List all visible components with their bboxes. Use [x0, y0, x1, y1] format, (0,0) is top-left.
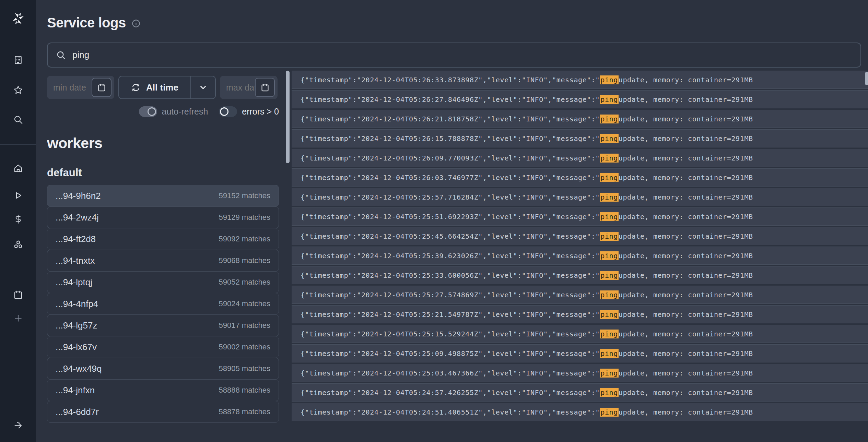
search-icon — [13, 115, 23, 125]
sidebar-item-add[interactable] — [11, 311, 26, 326]
worker-match-count: 59024 matches — [219, 299, 270, 308]
log-row[interactable]: {"timestamp":"2024-12-04T05:25:57.716284… — [292, 188, 868, 206]
worker-match-count: 58878 matches — [219, 407, 270, 416]
log-text-pre: {"timestamp":"2024-12-04T05:26:15.788878… — [301, 134, 600, 143]
log-row[interactable]: {"timestamp":"2024-12-04T05:25:15.529244… — [292, 325, 868, 343]
worker-row[interactable]: ...94-jnfxn 58888 matches — [47, 379, 279, 401]
sidebar-item-home[interactable] — [11, 161, 26, 176]
log-text-post: update, memory: container=291MB — [619, 291, 753, 299]
auto-refresh-toggle[interactable] — [139, 106, 157, 117]
log-row[interactable]: {"timestamp":"2024-12-04T05:25:09.498875… — [292, 344, 868, 362]
calendar-icon — [97, 83, 106, 92]
log-text-post: update, memory: container=291MB — [619, 134, 753, 143]
log-text-pre: {"timestamp":"2024-12-04T05:25:15.529244… — [301, 330, 600, 338]
log-match-highlight: ping — [600, 154, 619, 163]
search-input[interactable] — [72, 50, 852, 60]
sidebar — [0, 0, 36, 442]
page-header: Service logs — [47, 14, 868, 32]
log-text-pre: {"timestamp":"2024-12-04T05:26:03.746977… — [301, 174, 600, 182]
log-row[interactable]: {"timestamp":"2024-12-04T05:25:51.692293… — [292, 207, 868, 226]
worker-match-count: 58888 matches — [219, 386, 270, 395]
log-text-pre: {"timestamp":"2024-12-04T05:26:21.818758… — [301, 115, 600, 123]
errors-only-toggle[interactable] — [219, 106, 237, 117]
errors-only-label: errors > 0 — [242, 107, 279, 117]
log-text-pre: {"timestamp":"2024-12-04T05:25:33.600056… — [301, 271, 600, 279]
main-content: Service logs — [36, 0, 868, 442]
star-icon — [13, 85, 23, 95]
worker-row[interactable]: ...94-9h6n2 59152 matches — [47, 185, 279, 207]
worker-row[interactable]: ...94-lptqj 59052 matches — [47, 271, 279, 293]
log-match-highlight: ping — [600, 349, 619, 358]
worker-match-count: 59052 matches — [219, 278, 270, 287]
worker-row[interactable]: ...94-tnxtx 59068 matches — [47, 250, 279, 272]
log-row[interactable]: {"timestamp":"2024-12-04T05:25:03.467366… — [292, 364, 868, 382]
log-row[interactable]: {"timestamp":"2024-12-04T05:25:33.600056… — [292, 266, 868, 284]
sidebar-item-search[interactable] — [11, 112, 26, 127]
sidebar-item-workspace[interactable] — [11, 52, 26, 68]
log-text-post: update, memory: container=291MB — [619, 271, 753, 279]
log-match-highlight: ping — [600, 95, 619, 104]
log-row[interactable]: {"timestamp":"2024-12-04T05:24:51.406551… — [292, 403, 868, 421]
log-row[interactable]: {"timestamp":"2024-12-04T05:24:57.426255… — [292, 383, 868, 402]
log-text-post: update, memory: container=291MB — [619, 408, 753, 416]
log-row[interactable]: {"timestamp":"2024-12-04T05:26:15.788878… — [292, 129, 868, 147]
sidebar-item-favorites[interactable] — [11, 83, 26, 98]
worker-id: ...94-4nfp4 — [56, 299, 98, 309]
info-icon[interactable] — [131, 17, 141, 28]
log-match-highlight: ping — [600, 330, 619, 338]
sidebar-item-resources[interactable] — [11, 237, 26, 252]
time-range-label: All time — [146, 82, 178, 93]
time-range-dropdown-button[interactable] — [190, 76, 215, 98]
log-row[interactable]: {"timestamp":"2024-12-04T05:25:21.549787… — [292, 305, 868, 323]
worker-id: ...94-tnxtx — [56, 255, 95, 266]
log-match-highlight: ping — [600, 115, 619, 123]
log-row[interactable]: {"timestamp":"2024-12-04T05:26:09.770093… — [292, 149, 868, 167]
log-text-pre: {"timestamp":"2024-12-04T05:25:27.574869… — [301, 291, 600, 299]
worker-match-count: 59129 matches — [219, 213, 270, 222]
log-text-pre: {"timestamp":"2024-12-04T05:25:39.623026… — [301, 252, 600, 260]
toggle-knob — [148, 107, 156, 116]
time-range-button[interactable]: All time — [118, 76, 216, 99]
sidebar-item-runs[interactable] — [11, 188, 26, 203]
log-text-pre: {"timestamp":"2024-12-04T05:25:45.664254… — [301, 232, 600, 240]
min-date-picker-button[interactable] — [92, 78, 112, 97]
worker-row[interactable]: ...94-6dd7r 58878 matches — [47, 401, 279, 423]
log-match-highlight: ping — [600, 134, 619, 143]
row-scrollbar-thumb[interactable] — [865, 72, 868, 85]
log-text-pre: {"timestamp":"2024-12-04T05:25:09.498875… — [301, 349, 600, 358]
worker-row[interactable]: ...94-4nfp4 59024 matches — [47, 293, 279, 315]
log-scrollbar-thumb[interactable] — [286, 71, 290, 163]
log-row[interactable]: {"timestamp":"2024-12-04T05:25:27.574869… — [292, 286, 868, 304]
worker-row[interactable]: ...94-2wz4j 59129 matches — [47, 206, 279, 228]
log-row[interactable]: {"timestamp":"2024-12-04T05:25:39.623026… — [292, 247, 868, 265]
log-search-bar — [47, 43, 861, 68]
calendar-icon — [260, 83, 270, 92]
worker-row[interactable]: ...94-lg57z 59017 matches — [47, 314, 279, 336]
worker-row[interactable]: ...94-lx67v 59002 matches — [47, 336, 279, 358]
worker-id: ...94-lptqj — [56, 277, 92, 288]
windmill-logo-icon[interactable] — [10, 10, 26, 27]
log-row[interactable]: {"timestamp":"2024-12-04T05:26:03.746977… — [292, 168, 868, 187]
log-row[interactable]: {"timestamp":"2024-12-04T05:26:21.818758… — [292, 110, 868, 128]
log-text-post: update, memory: container=291MB — [619, 213, 753, 221]
worker-row[interactable]: ...94-ft2d8 59092 matches — [47, 228, 279, 250]
log-match-highlight: ping — [600, 310, 619, 319]
log-panel: {"timestamp":"2024-12-04T05:26:33.873898… — [292, 71, 868, 442]
log-text-post: update, memory: container=291MB — [619, 115, 753, 123]
log-row[interactable]: {"timestamp":"2024-12-04T05:26:33.873898… — [292, 71, 868, 89]
log-text-post: update, memory: container=291MB — [619, 232, 753, 240]
worker-id: ...94-jnfxn — [56, 385, 95, 396]
toggle-knob — [220, 107, 228, 116]
sidebar-item-variables[interactable] — [11, 212, 26, 227]
log-scrollbar-track[interactable] — [286, 71, 290, 442]
sidebar-item-schedules[interactable] — [11, 287, 26, 302]
worker-match-count: 59068 matches — [219, 256, 270, 265]
log-row[interactable]: {"timestamp":"2024-12-04T05:25:45.664254… — [292, 227, 868, 245]
log-row[interactable]: {"timestamp":"2024-12-04T05:26:27.846496… — [292, 90, 868, 108]
time-range-main[interactable]: All time — [119, 76, 190, 98]
sidebar-expand-button[interactable] — [11, 418, 26, 433]
max-date-field — [220, 76, 278, 99]
worker-row[interactable]: ...94-wx49q 58905 matches — [47, 358, 279, 380]
log-text-pre: {"timestamp":"2024-12-04T05:24:57.426255… — [301, 389, 600, 397]
max-date-picker-button[interactable] — [255, 78, 275, 97]
